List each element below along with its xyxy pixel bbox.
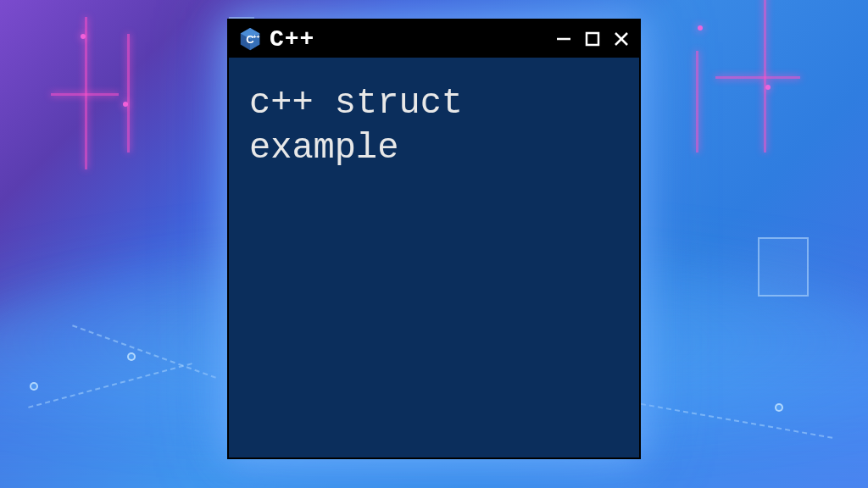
- terminal-window: C + + C++ c++ struct example: [227, 19, 641, 459]
- window-title: C++: [270, 26, 548, 53]
- terminal-content: c++ struct example: [249, 81, 619, 170]
- maximize-button[interactable]: [583, 30, 602, 48]
- cpp-logo-icon: C + +: [237, 26, 263, 52]
- minimize-button[interactable]: [554, 30, 573, 48]
- titlebar[interactable]: C + + C++: [229, 20, 639, 58]
- svg-rect-7: [587, 33, 598, 45]
- terminal-body[interactable]: c++ struct example: [229, 58, 639, 458]
- close-button[interactable]: [612, 30, 631, 48]
- window-controls: [554, 30, 631, 48]
- svg-text:+: +: [256, 34, 259, 40]
